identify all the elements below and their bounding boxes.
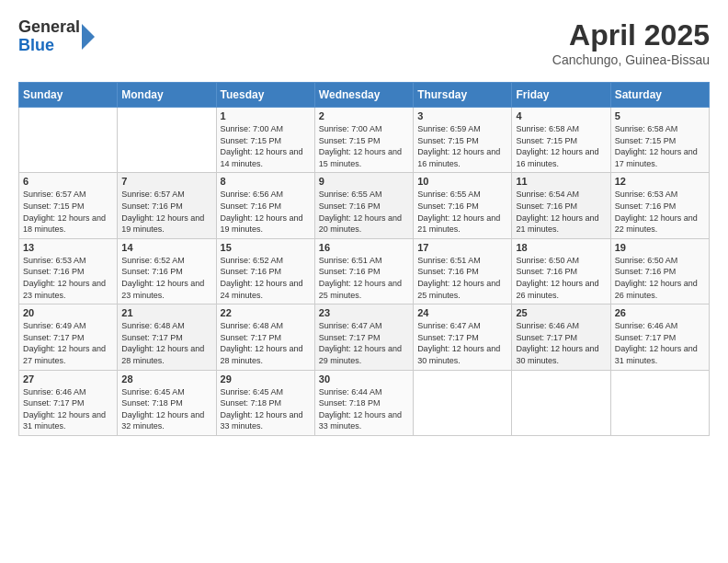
calendar-day-cell — [610, 370, 709, 435]
calendar-day-cell: 24Sunrise: 6:47 AM Sunset: 7:17 PM Dayli… — [414, 304, 512, 370]
calendar-day-cell: 23Sunrise: 6:47 AM Sunset: 7:17 PM Dayli… — [314, 304, 413, 370]
calendar-day-cell — [414, 370, 512, 435]
day-info: Sunrise: 6:53 AM Sunset: 7:16 PM Dayligh… — [23, 255, 113, 301]
page-subtitle: Canchungo, Guinea-Bissau — [552, 52, 710, 67]
calendar-week-row: 20Sunrise: 6:49 AM Sunset: 7:17 PM Dayli… — [19, 304, 710, 370]
day-number: 5 — [615, 110, 705, 121]
day-info: Sunrise: 6:54 AM Sunset: 7:16 PM Dayligh… — [516, 189, 606, 235]
calendar-day-cell: 25Sunrise: 6:46 AM Sunset: 7:17 PM Dayli… — [512, 304, 610, 370]
calendar-day-cell: 13Sunrise: 6:53 AM Sunset: 7:16 PM Dayli… — [19, 238, 118, 304]
day-number: 29 — [221, 373, 311, 385]
calendar-day-cell: 6Sunrise: 6:57 AM Sunset: 7:15 PM Daylig… — [19, 173, 118, 238]
day-number: 19 — [615, 242, 705, 253]
calendar-week-row: 1Sunrise: 7:00 AM Sunset: 7:15 PM Daylig… — [19, 108, 710, 173]
calendar-day-cell: 17Sunrise: 6:51 AM Sunset: 7:16 PM Dayli… — [414, 238, 512, 304]
calendar-day-cell: 16Sunrise: 6:51 AM Sunset: 7:16 PM Dayli… — [314, 238, 413, 304]
day-info: Sunrise: 6:55 AM Sunset: 7:16 PM Dayligh… — [417, 189, 507, 235]
calendar-day-cell: 2Sunrise: 7:00 AM Sunset: 7:15 PM Daylig… — [314, 108, 413, 173]
calendar-day-cell: 8Sunrise: 6:56 AM Sunset: 7:16 PM Daylig… — [216, 173, 314, 238]
day-number: 1 — [221, 110, 311, 121]
day-number: 25 — [516, 307, 606, 318]
day-info: Sunrise: 6:57 AM Sunset: 7:16 PM Dayligh… — [121, 189, 211, 235]
calendar-day-cell: 28Sunrise: 6:45 AM Sunset: 7:18 PM Dayli… — [118, 370, 216, 435]
day-info: Sunrise: 6:57 AM Sunset: 7:15 PM Dayligh… — [23, 189, 113, 235]
day-number: 12 — [615, 176, 705, 187]
day-info: Sunrise: 6:52 AM Sunset: 7:16 PM Dayligh… — [121, 255, 211, 301]
calendar-day-cell: 14Sunrise: 6:52 AM Sunset: 7:16 PM Dayli… — [118, 238, 216, 304]
day-info: Sunrise: 6:47 AM Sunset: 7:17 PM Dayligh… — [319, 320, 409, 366]
title-block: April 2025 Canchungo, Guinea-Bissau — [552, 18, 710, 67]
day-info: Sunrise: 6:49 AM Sunset: 7:17 PM Dayligh… — [23, 320, 113, 366]
calendar-day-cell: 11Sunrise: 6:54 AM Sunset: 7:16 PM Dayli… — [512, 173, 610, 238]
calendar-day-cell: 22Sunrise: 6:48 AM Sunset: 7:17 PM Dayli… — [216, 304, 314, 370]
day-number: 27 — [23, 373, 113, 385]
day-info: Sunrise: 6:46 AM Sunset: 7:17 PM Dayligh… — [23, 386, 113, 432]
calendar-day-cell: 1Sunrise: 7:00 AM Sunset: 7:15 PM Daylig… — [216, 108, 314, 173]
day-info: Sunrise: 6:52 AM Sunset: 7:16 PM Dayligh… — [221, 255, 311, 301]
day-number: 26 — [615, 307, 705, 318]
calendar-day-cell — [19, 108, 118, 173]
calendar-day-cell: 7Sunrise: 6:57 AM Sunset: 7:16 PM Daylig… — [118, 173, 216, 238]
calendar-week-row: 27Sunrise: 6:46 AM Sunset: 7:17 PM Dayli… — [19, 370, 710, 435]
day-info: Sunrise: 6:56 AM Sunset: 7:16 PM Dayligh… — [221, 189, 311, 235]
day-info: Sunrise: 6:48 AM Sunset: 7:17 PM Dayligh… — [221, 320, 311, 366]
calendar-day-cell: 18Sunrise: 6:50 AM Sunset: 7:16 PM Dayli… — [512, 238, 610, 304]
page-header: General Blue April 2025 Canchungo, Guine… — [18, 18, 710, 67]
logo-icon — [82, 24, 95, 50]
calendar-day-cell: 27Sunrise: 6:46 AM Sunset: 7:17 PM Dayli… — [19, 370, 118, 435]
calendar-day-header: Thursday — [414, 83, 512, 108]
day-number: 22 — [221, 307, 311, 318]
day-info: Sunrise: 6:58 AM Sunset: 7:15 PM Dayligh… — [516, 123, 606, 169]
day-info: Sunrise: 6:53 AM Sunset: 7:16 PM Dayligh… — [615, 189, 705, 235]
day-number: 3 — [417, 110, 507, 121]
calendar-day-cell: 29Sunrise: 6:45 AM Sunset: 7:18 PM Dayli… — [216, 370, 314, 435]
day-info: Sunrise: 6:46 AM Sunset: 7:17 PM Dayligh… — [516, 320, 606, 366]
calendar-day-header: Monday — [118, 83, 216, 108]
day-number: 10 — [417, 176, 507, 187]
day-number: 18 — [516, 242, 606, 253]
day-info: Sunrise: 6:58 AM Sunset: 7:15 PM Dayligh… — [615, 123, 705, 169]
calendar-table: SundayMondayTuesdayWednesdayThursdayFrid… — [18, 82, 710, 436]
calendar-day-cell: 20Sunrise: 6:49 AM Sunset: 7:17 PM Dayli… — [19, 304, 118, 370]
calendar-header-row: SundayMondayTuesdayWednesdayThursdayFrid… — [19, 83, 710, 108]
day-number: 17 — [417, 242, 507, 253]
day-info: Sunrise: 6:50 AM Sunset: 7:16 PM Dayligh… — [615, 255, 705, 301]
svg-marker-0 — [82, 24, 95, 50]
day-number: 8 — [221, 176, 311, 187]
calendar-day-header: Sunday — [19, 83, 118, 108]
calendar-day-header: Friday — [512, 83, 610, 108]
day-number: 4 — [516, 110, 606, 121]
day-info: Sunrise: 6:55 AM Sunset: 7:16 PM Dayligh… — [319, 189, 409, 235]
day-info: Sunrise: 7:00 AM Sunset: 7:15 PM Dayligh… — [319, 123, 409, 169]
day-number: 21 — [121, 307, 211, 318]
day-info: Sunrise: 6:50 AM Sunset: 7:16 PM Dayligh… — [516, 255, 606, 301]
day-number: 9 — [319, 176, 409, 187]
page-title: April 2025 — [552, 18, 710, 52]
calendar-day-header: Tuesday — [216, 83, 314, 108]
day-number: 15 — [221, 242, 311, 253]
calendar-day-cell: 3Sunrise: 6:59 AM Sunset: 7:15 PM Daylig… — [414, 108, 512, 173]
day-info: Sunrise: 6:47 AM Sunset: 7:17 PM Dayligh… — [417, 320, 507, 366]
day-number: 11 — [516, 176, 606, 187]
day-number: 20 — [23, 307, 113, 318]
day-info: Sunrise: 6:44 AM Sunset: 7:18 PM Dayligh… — [319, 386, 409, 432]
day-number: 13 — [23, 242, 113, 253]
day-number: 14 — [121, 242, 211, 253]
day-number: 23 — [319, 307, 409, 318]
day-number: 24 — [417, 307, 507, 318]
day-number: 7 — [121, 176, 211, 187]
calendar-week-row: 6Sunrise: 6:57 AM Sunset: 7:15 PM Daylig… — [19, 173, 710, 238]
calendar-week-row: 13Sunrise: 6:53 AM Sunset: 7:16 PM Dayli… — [19, 238, 710, 304]
day-info: Sunrise: 6:45 AM Sunset: 7:18 PM Dayligh… — [121, 386, 211, 432]
calendar-day-cell: 10Sunrise: 6:55 AM Sunset: 7:16 PM Dayli… — [414, 173, 512, 238]
calendar-day-cell — [512, 370, 610, 435]
day-number: 6 — [23, 176, 113, 187]
day-number: 28 — [121, 373, 211, 385]
calendar-day-cell: 15Sunrise: 6:52 AM Sunset: 7:16 PM Dayli… — [216, 238, 314, 304]
calendar-day-cell: 19Sunrise: 6:50 AM Sunset: 7:16 PM Dayli… — [610, 238, 709, 304]
calendar-day-cell: 30Sunrise: 6:44 AM Sunset: 7:18 PM Dayli… — [314, 370, 413, 435]
day-info: Sunrise: 6:48 AM Sunset: 7:17 PM Dayligh… — [121, 320, 211, 366]
calendar-day-cell — [118, 108, 216, 173]
calendar-day-cell: 12Sunrise: 6:53 AM Sunset: 7:16 PM Dayli… — [610, 173, 709, 238]
day-info: Sunrise: 6:59 AM Sunset: 7:15 PM Dayligh… — [417, 123, 507, 169]
